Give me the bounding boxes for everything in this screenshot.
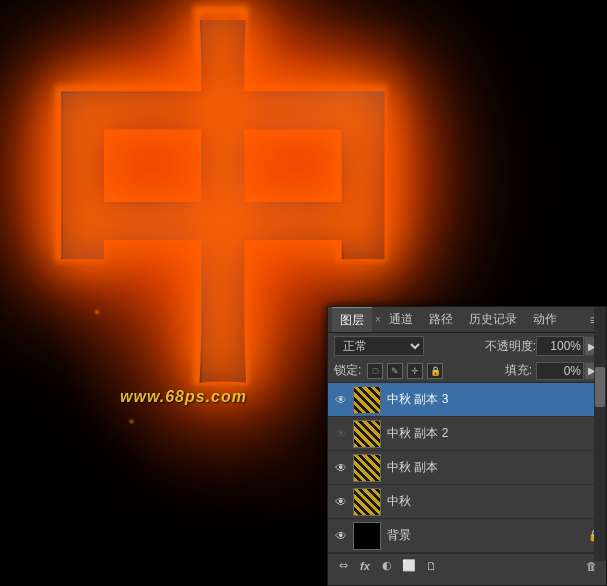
- layer-bg-visibility[interactable]: 👁: [332, 527, 350, 545]
- layer-4-thumb: [353, 386, 381, 414]
- layer-2-thumb: [353, 454, 381, 482]
- fill-input[interactable]: [536, 362, 584, 380]
- layer-item-1[interactable]: 👁 中秋 fx: [328, 485, 606, 519]
- lock-label: 锁定:: [334, 362, 361, 379]
- layer-item-3[interactable]: 👁 中秋 副本 2 fx: [328, 417, 606, 451]
- blend-opacity-row: 正常 不透明度: ▶: [328, 333, 606, 359]
- layer-bg-name: 背景: [387, 527, 586, 544]
- link-layers-btn[interactable]: ⇔: [333, 557, 353, 575]
- tab-actions[interactable]: 动作: [525, 307, 565, 332]
- lock-image-icon[interactable]: ✎: [387, 363, 403, 379]
- opacity-input[interactable]: [536, 336, 584, 356]
- new-layer-btn[interactable]: 🗋: [421, 557, 441, 575]
- panel-toolbar: ⇔ fx ◐ ⬜ 🗋 🗑: [328, 553, 606, 577]
- new-group-btn[interactable]: ⬜: [399, 557, 419, 575]
- layers-panel: 图层 × 通道 路径 历史记录 动作 ≡ 正常 不透明度: ▶ 锁定: □ ✎ …: [327, 306, 607, 586]
- lock-all-icon[interactable]: 🔒: [427, 363, 443, 379]
- layer-1-thumb: [353, 488, 381, 516]
- layer-1-name: 中秋: [387, 493, 589, 510]
- lock-fill-row: 锁定: □ ✎ ✛ 🔒 填充: ▶: [328, 359, 606, 383]
- layer-4-visibility[interactable]: 👁: [332, 391, 350, 409]
- watermark: www.68ps.com: [120, 388, 247, 406]
- add-mask-btn[interactable]: ◐: [377, 557, 397, 575]
- blend-mode-select[interactable]: 正常: [334, 336, 424, 356]
- layer-item-2[interactable]: 👁 中秋 副本 fx: [328, 451, 606, 485]
- opacity-label: 不透明度:: [485, 338, 536, 355]
- layer-bg-thumb: [353, 522, 381, 550]
- scrollbar-thumb[interactable]: [595, 367, 605, 407]
- layers-list: 👁 中秋 副本 3 fx 👁 中秋 副本 2 fx 👁 中秋 副本 fx: [328, 383, 606, 553]
- layers-scrollbar[interactable]: [594, 307, 606, 561]
- layer-2-name: 中秋 副本: [387, 459, 589, 476]
- layer-item-bg[interactable]: 👁 背景 🔒: [328, 519, 606, 553]
- layer-1-visibility[interactable]: 👁: [332, 493, 350, 511]
- tab-paths[interactable]: 路径: [421, 307, 461, 332]
- lock-transparent-icon[interactable]: □: [367, 363, 383, 379]
- lock-position-icon[interactable]: ✛: [407, 363, 423, 379]
- layer-3-visibility[interactable]: 👁: [332, 425, 350, 443]
- layer-4-name: 中秋 副本 3: [387, 391, 589, 408]
- tab-layers[interactable]: 图层: [332, 307, 372, 332]
- layer-item-4[interactable]: 👁 中秋 副本 3 fx: [328, 383, 606, 417]
- tab-history[interactable]: 历史记录: [461, 307, 525, 332]
- layer-2-visibility[interactable]: 👁: [332, 459, 350, 477]
- tab-channels[interactable]: 通道: [381, 307, 421, 332]
- add-fx-btn[interactable]: fx: [355, 557, 375, 575]
- fill-label: 填充:: [505, 362, 532, 379]
- layer-3-thumb: [353, 420, 381, 448]
- panel-tabs: 图层 × 通道 路径 历史记录 动作 ≡: [328, 307, 606, 333]
- layer-3-name: 中秋 副本 2: [387, 425, 589, 442]
